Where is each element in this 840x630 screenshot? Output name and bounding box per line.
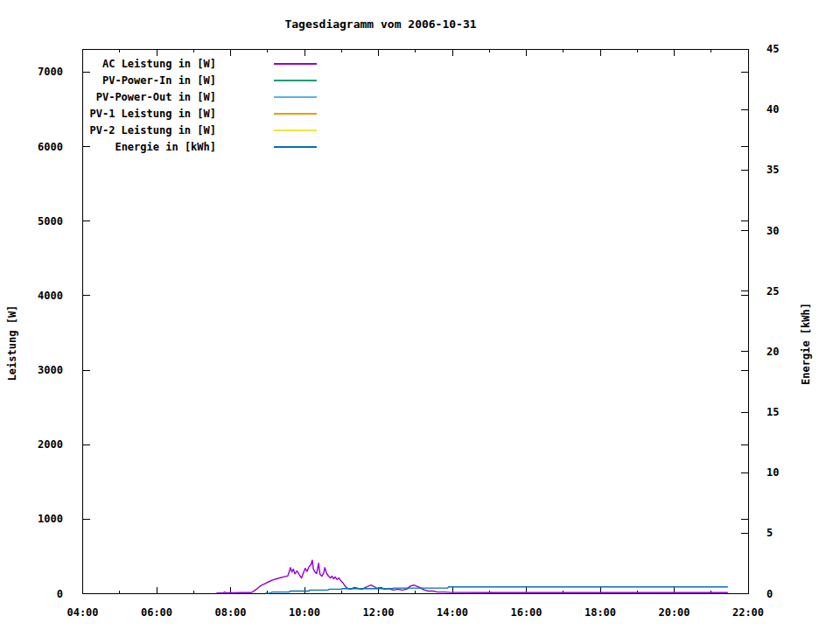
y-right-tick-label: 15 bbox=[766, 406, 779, 418]
legend-label: PV-Power-In in [W] bbox=[102, 74, 216, 87]
x-tick-label: 18:00 bbox=[584, 606, 616, 619]
y-right-tick-label: 40 bbox=[766, 103, 779, 116]
x-tick-label: 12:00 bbox=[362, 606, 394, 619]
y-right-tick-label: 20 bbox=[766, 346, 779, 358]
legend-label: AC Leistung in [W] bbox=[102, 58, 216, 70]
y-left-tick-label: 0 bbox=[57, 588, 63, 600]
y-right-tick-label: 0 bbox=[766, 588, 773, 600]
x-tick-label: 06:00 bbox=[141, 606, 172, 619]
x-tick-label: 16:00 bbox=[510, 606, 542, 619]
legend-label: PV-Power-Out in [W] bbox=[96, 91, 216, 103]
y-right-tick-label: 10 bbox=[766, 466, 779, 479]
y-right-tick-label: 35 bbox=[766, 164, 779, 176]
legend-label: PV-1 Leistung in [W] bbox=[90, 108, 217, 120]
y-left-tick-label: 3000 bbox=[38, 364, 63, 376]
x-tick-label: 22:00 bbox=[732, 606, 764, 619]
y-right-tick-label: 30 bbox=[766, 225, 779, 237]
y-left-tick-label: 7000 bbox=[38, 66, 63, 78]
y-left-tick-label: 6000 bbox=[38, 141, 63, 153]
x-tick-label: 08:00 bbox=[214, 606, 246, 619]
chart-canvas: 04:0006:0008:0010:0012:0014:0016:0018:00… bbox=[0, 0, 840, 630]
x-tick-label: 04:00 bbox=[66, 606, 98, 619]
y-right-tick-label: 45 bbox=[766, 43, 779, 55]
x-tick-label: 14:00 bbox=[437, 606, 468, 619]
x-tick-label: 10:00 bbox=[289, 606, 320, 619]
daily-pv-chart: Tagesdiagramm vom 2006-10-31 Leistung [W… bbox=[0, 0, 840, 630]
y-right-tick-label: 5 bbox=[766, 527, 773, 539]
y-left-tick-label: 4000 bbox=[38, 290, 63, 302]
series-line-ac-leistung-in-w- bbox=[216, 560, 727, 592]
y-left-tick-label: 5000 bbox=[38, 215, 63, 228]
x-tick-label: 20:00 bbox=[658, 606, 690, 619]
y-right-tick-label: 25 bbox=[766, 285, 779, 298]
y-left-tick-label: 1000 bbox=[38, 513, 63, 525]
legend-label: Energie in [kWh] bbox=[115, 141, 216, 153]
y-left-tick-label: 2000 bbox=[38, 438, 63, 451]
legend-label: PV-2 Leistung in [W] bbox=[90, 124, 217, 136]
